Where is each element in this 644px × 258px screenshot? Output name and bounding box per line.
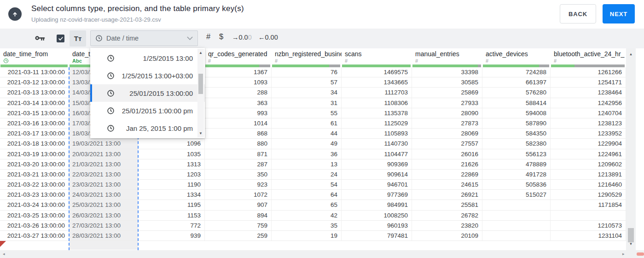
column-header[interactable]: bluetooth_active_24_hr_# [551, 48, 626, 67]
horizontal-scrollbar-thumb[interactable] [637, 252, 644, 256]
horizontal-scrollbar[interactable]: ◂ ▸ [0, 250, 644, 258]
number-type-button[interactable]: # [206, 32, 210, 41]
scroll-up-icon[interactable]: ▴ [626, 52, 636, 56]
column-name: active_devices [482, 48, 551, 58]
selected-column-left-border [69, 67, 70, 250]
table-cell: 21/03/2021 13:00 [69, 159, 138, 169]
table-cell: 42 [272, 211, 342, 220]
table-cell: 1231104 [551, 231, 626, 240]
table-cell: 28069 [412, 129, 482, 138]
table-cell: 759 [205, 221, 272, 230]
table-cell: 2021-03-16 13:00:00 [0, 118, 69, 128]
dropdown-scrollbar[interactable]: ▲ ▼ [197, 49, 204, 137]
table-cell: 594008 [482, 108, 551, 118]
scroll-left-icon[interactable]: ◂ [3, 252, 5, 256]
table-cell: 26921 [412, 190, 482, 199]
vertical-scrollbar-thumb[interactable] [628, 228, 634, 242]
table-row: 2021-03-18 13:00:0019/03/2021 13:0010968… [0, 139, 626, 149]
column-type-icon: # [482, 58, 551, 64]
table-cell: 1216460 [551, 180, 626, 189]
table-cell: 27/03/2021 13:00 [69, 221, 138, 230]
table-cell: 34 [272, 88, 342, 97]
table-cell: 724288 [482, 67, 551, 77]
clock-icon [107, 54, 115, 62]
dropdown-item[interactable]: Jan 25, 2015 1:00 pm [90, 119, 205, 137]
scroll-right-icon[interactable]: ▸ [622, 252, 625, 256]
empty-row [0, 241, 626, 250]
column-header[interactable]: date_time_from [0, 48, 69, 67]
table-row: 2021-03-23 13:00:0024/03/2021 13:0013341… [0, 190, 626, 200]
table-cell [482, 200, 551, 210]
column-name: scans [342, 48, 412, 58]
precision-increase-button[interactable]: →0.00 [232, 34, 252, 41]
dropdown-scroll-down-icon[interactable]: ▼ [197, 131, 204, 135]
back-button[interactable]: BACK [560, 4, 596, 23]
column-selected-checkbox[interactable] [57, 35, 64, 42]
column-header[interactable]: nzbn_registered_busine# [272, 48, 342, 67]
type-format-select[interactable]: Date / time [90, 30, 198, 46]
table-cell: 984991 [342, 200, 412, 210]
table-cell: 57 [272, 77, 342, 87]
table-cell: 20109 [412, 231, 482, 240]
table-cell: 2021-03-26 13:00:00 [0, 221, 69, 230]
dropdown-item[interactable]: 25/01/2015 13:00:00 [90, 84, 205, 102]
clock-icon [107, 72, 115, 80]
column-name: bluetooth_active_24_hr_ [551, 48, 626, 58]
dropdown-scrollbar-thumb[interactable] [198, 74, 203, 94]
dropdown-item[interactable]: 25/01/2015 1:00:00 pm [90, 102, 205, 119]
dropdown-item-label: 1/25/2015 13:00+03:00 [115, 72, 205, 80]
precision-decrease-button[interactable]: ←0.00 [258, 34, 278, 41]
table-cell: 909614 [342, 170, 412, 179]
table-cell: 2021-03-18 13:00:00 [0, 139, 69, 148]
column-type-toolbar: Tᴛ Date / time # $ →0.00 ←0.00 [0, 29, 644, 48]
column-quality-bar [412, 64, 481, 67]
column-quality-bar [0, 64, 68, 67]
next-button[interactable]: NEXT [603, 4, 635, 23]
dropdown-item[interactable]: 1/25/2015 13:00+03:00 [90, 67, 205, 84]
table-cell: 2021-03-21 13:00:00 [0, 170, 69, 179]
column-name: manual_entries [412, 48, 482, 58]
table-cell: 350 [205, 170, 272, 179]
table-cell: 1209602 [551, 159, 626, 169]
vertical-scrollbar[interactable]: ▴ ▾ [626, 48, 636, 250]
table-cell: 64 [272, 190, 342, 199]
table-cell: 1261266 [551, 67, 626, 77]
table-cell: 2021-03-19 13:00:00 [0, 149, 69, 159]
currency-type-button[interactable]: $ [219, 32, 223, 41]
dropdown-scroll-up-icon[interactable]: ▲ [197, 51, 204, 55]
table-cell [482, 211, 551, 220]
table-cell: 1229904 [551, 139, 626, 148]
column-name: nzbn_registered_busine [272, 48, 342, 58]
table-cell: 28090 [412, 108, 482, 118]
table-cell: 1367 [205, 67, 272, 77]
dropdown-item[interactable]: 1/25/2015 13:00 [90, 49, 205, 67]
table-cell: 76 [272, 67, 342, 77]
table-cell: 1104477 [342, 149, 412, 159]
column-header[interactable]: manual_entries# [412, 48, 482, 67]
table-cell: 1108306 [342, 98, 412, 108]
table-cell: 1238123 [551, 118, 626, 128]
table-cell: 1254171 [551, 77, 626, 87]
column-quality-bar [205, 64, 270, 67]
table-cell: 993 [205, 108, 272, 118]
table-cell: 871 [205, 149, 272, 159]
table-cell: 1153 [138, 211, 205, 220]
primary-key-icon[interactable] [35, 35, 46, 44]
table-cell: 939 [138, 231, 205, 240]
type-format-dropdown: 1/25/2015 13:001/25/2015 13:00+03:0025/0… [90, 48, 205, 138]
column-header[interactable]: active_devices# [482, 48, 551, 67]
table-cell: 288 [205, 88, 272, 97]
text-type-button[interactable]: Tᴛ [70, 30, 86, 47]
table-cell: 2021-03-27 13:00:00 [0, 231, 69, 240]
column-header[interactable]: scans# [342, 48, 412, 67]
table-cell: 2021-03-25 13:00:00 [0, 211, 69, 220]
column-header[interactable]: qr_codes_generated# [205, 48, 272, 67]
dropdown-item-label: 1/25/2015 13:00 [115, 54, 205, 62]
table-cell: 1334 [138, 190, 205, 199]
table-cell: 1093 [205, 77, 272, 87]
column-quality-bar [483, 64, 549, 67]
scroll-down-icon[interactable]: ▾ [626, 241, 636, 246]
clock-icon [95, 35, 103, 42]
table-cell: 1195 [138, 200, 205, 210]
table-cell: 584350 [482, 129, 551, 138]
